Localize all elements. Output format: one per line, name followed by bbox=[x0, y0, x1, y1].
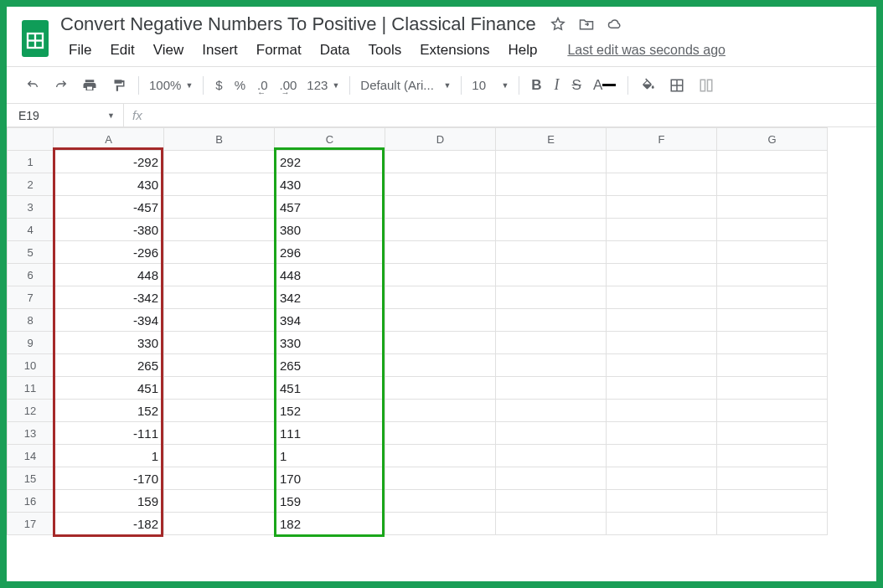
borders-button[interactable] bbox=[663, 74, 691, 97]
cell-A5[interactable]: -296 bbox=[54, 241, 164, 264]
cell-B15[interactable] bbox=[164, 467, 275, 490]
menu-extensions[interactable]: Extensions bbox=[411, 39, 498, 61]
cell-C14[interactable]: 1 bbox=[275, 445, 385, 467]
cell-E14[interactable] bbox=[496, 445, 607, 467]
row-header[interactable]: 6 bbox=[8, 264, 54, 286]
fill-color-button[interactable] bbox=[634, 74, 663, 97]
cell-E4[interactable] bbox=[496, 219, 607, 241]
menu-format[interactable]: Format bbox=[248, 39, 310, 61]
row-header[interactable]: 9 bbox=[8, 332, 54, 354]
redo-button[interactable] bbox=[47, 75, 75, 96]
cell-G16[interactable] bbox=[717, 490, 828, 513]
menu-data[interactable]: Data bbox=[312, 39, 359, 61]
cell-A14[interactable]: 1 bbox=[54, 445, 164, 467]
cell-D8[interactable] bbox=[385, 309, 496, 332]
cell-G11[interactable] bbox=[717, 377, 828, 400]
cell-G4[interactable] bbox=[717, 219, 828, 241]
cell-E9[interactable] bbox=[496, 332, 607, 354]
cell-F1[interactable] bbox=[607, 151, 717, 173]
decrease-decimal-button[interactable]: .0← bbox=[251, 74, 274, 96]
format-percent-button[interactable]: % bbox=[229, 74, 251, 96]
menu-tools[interactable]: Tools bbox=[360, 39, 411, 61]
cell-G2[interactable] bbox=[717, 173, 828, 196]
row-header[interactable]: 16 bbox=[8, 490, 54, 513]
cell-G8[interactable] bbox=[717, 309, 828, 332]
star-icon[interactable] bbox=[550, 16, 566, 33]
cell-F10[interactable] bbox=[607, 354, 717, 377]
cell-G3[interactable] bbox=[717, 196, 828, 219]
cell-F15[interactable] bbox=[607, 467, 717, 490]
cell-G5[interactable] bbox=[717, 241, 828, 264]
row-header[interactable]: 7 bbox=[8, 286, 54, 309]
cell-E2[interactable] bbox=[496, 173, 607, 196]
cell-E1[interactable] bbox=[496, 151, 607, 173]
cell-B14[interactable] bbox=[164, 445, 275, 467]
row-header[interactable]: 17 bbox=[8, 513, 54, 535]
cell-E7[interactable] bbox=[496, 286, 607, 309]
cell-C17[interactable]: 182 bbox=[275, 513, 385, 535]
cell-E3[interactable] bbox=[496, 196, 607, 219]
menu-help[interactable]: Help bbox=[499, 39, 545, 61]
cell-C8[interactable]: 394 bbox=[275, 309, 385, 332]
cell-A16[interactable]: 159 bbox=[54, 490, 164, 513]
cell-F8[interactable] bbox=[607, 309, 717, 332]
cell-A9[interactable]: 330 bbox=[54, 332, 164, 354]
paint-format-button[interactable] bbox=[104, 74, 132, 97]
menu-view[interactable]: View bbox=[145, 39, 193, 61]
cell-A2[interactable]: 430 bbox=[54, 173, 164, 196]
row-header[interactable]: 10 bbox=[8, 354, 54, 377]
cell-D14[interactable] bbox=[385, 445, 496, 467]
cell-E6[interactable] bbox=[496, 264, 607, 286]
cell-D2[interactable] bbox=[385, 173, 496, 196]
cell-C11[interactable]: 451 bbox=[275, 377, 385, 400]
cell-F5[interactable] bbox=[607, 241, 717, 264]
cell-G7[interactable] bbox=[717, 286, 828, 309]
cell-A4[interactable]: -380 bbox=[54, 219, 164, 241]
cell-F11[interactable] bbox=[607, 377, 717, 400]
col-header-F[interactable]: F bbox=[607, 128, 717, 151]
cell-D6[interactable] bbox=[385, 264, 496, 286]
cell-F14[interactable] bbox=[607, 445, 717, 467]
strikethrough-button[interactable]: S bbox=[566, 73, 587, 98]
cell-D16[interactable] bbox=[385, 490, 496, 513]
cell-G15[interactable] bbox=[717, 467, 828, 490]
cell-E8[interactable] bbox=[496, 309, 607, 332]
cell-D17[interactable] bbox=[385, 513, 496, 535]
cell-A11[interactable]: 451 bbox=[54, 377, 164, 400]
bold-button[interactable]: B bbox=[525, 73, 547, 98]
text-color-button[interactable]: A bbox=[587, 73, 622, 98]
cell-G9[interactable] bbox=[717, 332, 828, 354]
cell-B2[interactable] bbox=[164, 173, 275, 196]
cell-G14[interactable] bbox=[717, 445, 828, 467]
cell-F6[interactable] bbox=[607, 264, 717, 286]
cell-A3[interactable]: -457 bbox=[54, 196, 164, 219]
cell-G12[interactable] bbox=[717, 400, 828, 422]
row-header[interactable]: 13 bbox=[8, 422, 54, 445]
spreadsheet-grid[interactable]: ABCDEFG 1-29229224304303-4574574-3803805… bbox=[7, 127, 876, 581]
col-header-B[interactable]: B bbox=[164, 128, 275, 151]
cell-B8[interactable] bbox=[164, 309, 275, 332]
cell-D3[interactable] bbox=[385, 196, 496, 219]
cell-D15[interactable] bbox=[385, 467, 496, 490]
cell-C9[interactable]: 330 bbox=[275, 332, 385, 354]
cell-C15[interactable]: 170 bbox=[275, 467, 385, 490]
cell-C5[interactable]: 296 bbox=[275, 241, 385, 264]
col-header-D[interactable]: D bbox=[385, 128, 496, 151]
cell-B17[interactable] bbox=[164, 513, 275, 535]
cell-C12[interactable]: 152 bbox=[275, 400, 385, 422]
merge-cells-button[interactable] bbox=[691, 74, 721, 97]
cell-A7[interactable]: -342 bbox=[54, 286, 164, 309]
formula-bar[interactable] bbox=[151, 104, 876, 126]
cell-A15[interactable]: -170 bbox=[54, 467, 164, 490]
row-header[interactable]: 12 bbox=[8, 400, 54, 422]
cell-F3[interactable] bbox=[607, 196, 717, 219]
cell-G6[interactable] bbox=[717, 264, 828, 286]
cell-E17[interactable] bbox=[496, 513, 607, 535]
cell-D1[interactable] bbox=[385, 151, 496, 173]
col-header-G[interactable]: G bbox=[717, 128, 828, 151]
cell-F12[interactable] bbox=[607, 400, 717, 422]
cell-C6[interactable]: 448 bbox=[275, 264, 385, 286]
row-header[interactable]: 5 bbox=[8, 241, 54, 264]
cell-D4[interactable] bbox=[385, 219, 496, 241]
row-header[interactable]: 1 bbox=[8, 151, 54, 173]
